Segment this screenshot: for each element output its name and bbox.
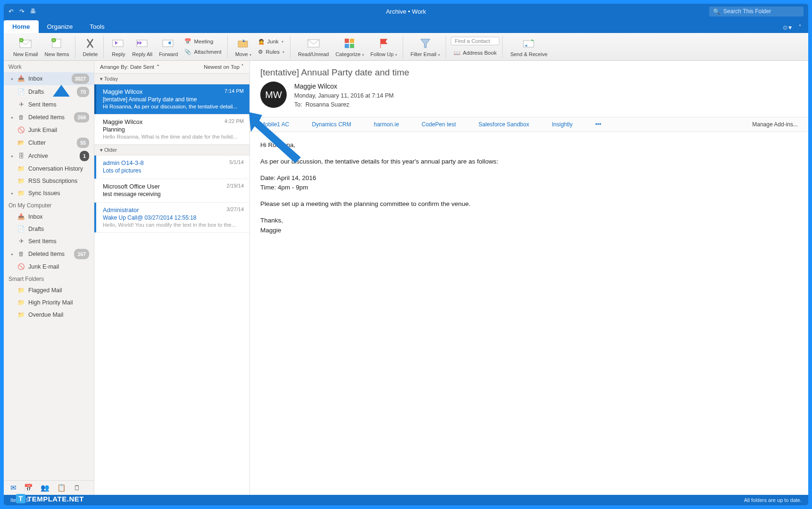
nav-folder[interactable]: 📥 Inbox <box>4 211 94 223</box>
chevron-right-icon[interactable]: ▸ <box>11 189 14 198</box>
svg-rect-12 <box>350 39 354 43</box>
message-time: 2/19/14 <box>226 183 244 190</box>
addin-link[interactable]: Salesforce Sandbox <box>479 121 529 128</box>
message-item[interactable]: Maggie Wilcox7:14 PM [tentative] Annual … <box>94 84 249 115</box>
rules-button[interactable]: ⚙Rules▾ <box>255 47 287 57</box>
addin-link[interactable]: ••• <box>595 121 601 128</box>
nav-folder[interactable]: 📁 RSS Subscriptions <box>4 175 94 187</box>
folder-label: High Priority Mail <box>28 298 73 307</box>
manage-addins-link[interactable]: Manage Add-ins... <box>752 121 798 128</box>
account-header[interactable]: Work <box>4 61 94 72</box>
nav-folder[interactable]: 📁High Priority Mail <box>4 296 94 309</box>
folder-nav: Work ▸ 📥 Inbox 3027 📄 Drafts 70 ✈ Sent I… <box>4 61 94 495</box>
list-group-header[interactable]: ▾ Older <box>94 145 249 156</box>
reading-subject: [tentative] Annual Party date and time <box>250 61 808 82</box>
chevron-right-icon[interactable]: ▸ <box>11 74 14 83</box>
message-from: Administrator <box>103 206 139 213</box>
redo-icon[interactable]: ↷ <box>19 8 25 15</box>
addin-link[interactable]: Mobile1 AC <box>260 121 289 128</box>
find-contact-input[interactable]: Find a Contact <box>451 37 500 45</box>
on-my-computer-header[interactable]: On My Computer <box>4 199 94 211</box>
calendar-view-icon[interactable]: 📅 <box>24 484 33 492</box>
sort-order-button[interactable]: Newest on Top ˄ <box>204 64 244 70</box>
recipient: Rosanna Suarez <box>306 101 349 108</box>
message-subject: Planning <box>103 126 244 133</box>
addin-link[interactable]: Insightly <box>552 121 572 128</box>
nav-folder[interactable]: 📁Overdue Mail <box>4 309 94 321</box>
collapse-ribbon-icon[interactable]: ˄ <box>798 24 802 31</box>
folder-label: Clutter <box>28 138 46 148</box>
tasks-view-icon[interactable]: 📋 <box>57 484 66 492</box>
notes-view-icon[interactable]: 🗒 <box>74 484 81 492</box>
people-view-icon[interactable]: 👥 <box>41 484 50 492</box>
nav-folder[interactable]: ▸ 🗄 Archive 1 <box>4 149 94 163</box>
count-badge: 55 <box>77 138 89 148</box>
follow-up-button[interactable]: Follow Up <box>368 36 400 58</box>
message-subject: Wake Up Call@ 03/27/2014 12:55:18 <box>103 214 244 221</box>
watermark: TTEMPLATE.NET <box>16 494 84 503</box>
junk-button[interactable]: 🙍Junk▾ <box>255 37 287 46</box>
message-item[interactable]: admin O14-3-85/1/14 Lots of pictures <box>94 156 249 179</box>
nav-folder[interactable]: ▸ 📁 Sync Issues <box>4 187 94 199</box>
reply-button[interactable]: Reply <box>108 36 128 58</box>
folder-label: Deleted Items <box>28 113 65 122</box>
tab-tools[interactable]: Tools <box>81 20 113 33</box>
message-time: 5/1/14 <box>229 159 244 166</box>
nav-folder[interactable]: ▸ 📥 Inbox 3027 <box>4 72 94 85</box>
tab-organize[interactable]: Organize <box>39 20 82 33</box>
tab-home[interactable]: Home <box>4 20 39 33</box>
print-icon[interactable]: 🖶 <box>30 8 36 15</box>
attachment-button[interactable]: 📎Attachment <box>182 47 224 57</box>
nav-folder[interactable]: 📄 Drafts <box>4 223 94 235</box>
nav-folder[interactable]: ▸ 🗑 Deleted Items 268 <box>4 111 94 124</box>
list-group-header[interactable]: ▾ Today <box>94 74 249 84</box>
folder-icon: 📁 <box>18 190 25 197</box>
addin-link[interactable]: harmon.ie <box>374 121 399 128</box>
read-unread-button[interactable]: Read/Unread <box>295 36 331 58</box>
message-item[interactable]: Maggie Wilcox4:22 PM Planning Hello Rosa… <box>94 115 249 145</box>
smart-folders-header[interactable]: Smart Folders <box>4 273 94 284</box>
nav-folder[interactable]: ✈ Sent Items <box>4 99 94 111</box>
arrange-by-button[interactable]: Arrange By: Date Sent ⌃ <box>100 64 160 70</box>
folder-label: Flagged Mail <box>28 286 62 295</box>
message-time: 3/27/14 <box>226 206 244 213</box>
search-box[interactable]: 🔍 <box>709 7 804 16</box>
address-book-button[interactable]: 📖Address Book <box>451 48 500 57</box>
mail-view-icon[interactable]: ✉ <box>10 484 17 492</box>
account-icon[interactable]: ☺▾ <box>782 24 792 31</box>
addin-link[interactable]: Dynamics CRM <box>312 121 351 128</box>
folder-label: Inbox <box>28 212 43 222</box>
message-item[interactable]: Microsoft Office User2/19/14 test messag… <box>94 179 249 203</box>
nav-folder[interactable]: 📁 Conversation History <box>4 163 94 175</box>
nav-folder[interactable]: 📄 Drafts 70 <box>4 85 94 99</box>
filter-email-button[interactable]: Filter Email <box>408 36 443 58</box>
chevron-right-icon[interactable]: ▸ <box>11 151 14 161</box>
folder-icon: 📁 <box>18 178 25 184</box>
chevron-right-icon[interactable]: ▸ <box>11 249 14 259</box>
nav-folder[interactable]: ▸ 🗑 Deleted Items 167 <box>4 247 94 261</box>
delete-button[interactable]: Delete <box>80 36 101 58</box>
undo-icon[interactable]: ↶ <box>8 8 14 15</box>
nav-folder[interactable]: ✈ Sent Items <box>4 235 94 247</box>
sender-avatar: MW <box>260 82 287 108</box>
new-email-button[interactable]: +New Email <box>10 36 41 58</box>
move-button[interactable]: Move <box>232 36 254 58</box>
forward-button[interactable]: Forward <box>156 36 181 58</box>
meeting-button[interactable]: 📅Meeting <box>182 37 224 46</box>
folder-label: Archive <box>28 151 48 161</box>
new-items-button[interactable]: +New Items <box>42 36 72 58</box>
nav-folder[interactable]: 📁Flagged Mail <box>4 284 94 296</box>
search-input[interactable] <box>723 8 800 15</box>
nav-folder[interactable]: 🚫 Junk E-mail <box>4 261 94 273</box>
reply-all-button[interactable]: Reply All <box>129 36 155 58</box>
addin-link[interactable]: CodePen test <box>422 121 456 128</box>
nav-folder[interactable]: 📂 Clutter 55 <box>4 136 94 149</box>
message-item[interactable]: Administrator3/27/14 Wake Up Call@ 03/27… <box>94 203 249 233</box>
categorize-button[interactable]: Categorize <box>332 36 366 58</box>
svg-rect-8 <box>163 40 173 47</box>
folder-label: Junk E-mail <box>28 262 59 271</box>
nav-folder[interactable]: 🚫 Junk Email <box>4 124 94 136</box>
send-receive-button[interactable]: Send & Receive <box>507 36 550 58</box>
folder-label: RSS Subscriptions <box>28 176 77 186</box>
chevron-right-icon[interactable]: ▸ <box>11 113 14 122</box>
